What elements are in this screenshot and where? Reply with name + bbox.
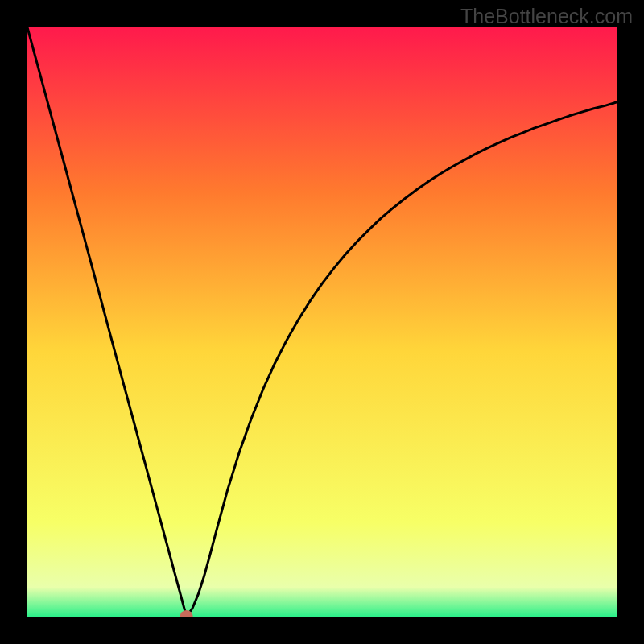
chart-plot: [27, 27, 617, 617]
watermark-text: TheBottleneck.com: [460, 5, 633, 28]
gradient-background: [27, 27, 617, 617]
chart-frame: TheBottleneck.com: [0, 0, 644, 644]
